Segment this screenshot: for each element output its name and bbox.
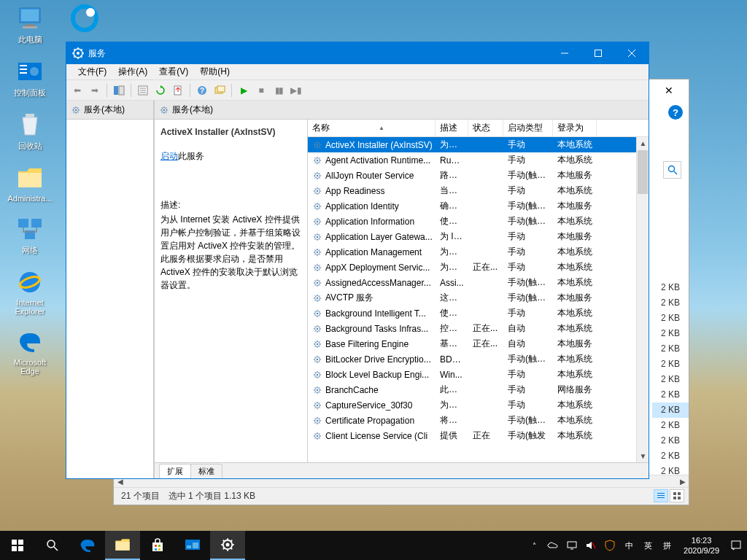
menu-file[interactable]: 文件(F) — [72, 64, 112, 79]
column-header-desc[interactable]: 描述 — [436, 120, 468, 136]
services-window[interactable]: 服务 文件(F) 操作(A) 查看(V) 帮助(H) ⬅ ➡ ? ▶ ■ ▮▮ … — [66, 42, 649, 479]
svg-point-50 — [317, 159, 319, 161]
scroll-thumb[interactable] — [638, 150, 648, 194]
toolbar-help-button[interactable]: ? — [194, 82, 210, 98]
toolbar-stop-button[interactable]: ■ — [253, 82, 269, 98]
svg-rect-7 — [20, 65, 27, 66]
service-row[interactable]: Application Identity确定...手动(触发...本地服务 — [308, 198, 636, 214]
start-button[interactable] — [0, 531, 35, 560]
toolbar-forward-button[interactable]: ➡ — [87, 82, 103, 98]
svg-point-56 — [317, 205, 319, 207]
toolbar-properties-button[interactable] — [135, 82, 151, 98]
explorer-close-button[interactable]: ✕ — [652, 80, 685, 101]
tray-network-icon[interactable] — [564, 531, 580, 560]
desktop-icon-control-panel[interactable]: 控制面板 — [4, 57, 56, 98]
toolbar-show-hide-button[interactable] — [111, 82, 127, 98]
toolbar-pause-button[interactable]: ▮▮ — [271, 82, 287, 98]
service-name-cell: Certificate Propagation — [308, 416, 436, 426]
service-row[interactable]: Background Intelligent T...使用...手动本地系统 — [308, 306, 636, 321]
toolbar-new-window-button[interactable] — [212, 82, 228, 98]
service-row[interactable]: Client License Service (Cli提供正在手动(触发本地系统 — [308, 428, 636, 443]
tray-chevron-up-icon[interactable]: ˄ — [526, 531, 542, 560]
taskbar[interactable]: ˄ 中 英 拼 16:23 2020/9/29 — [0, 531, 747, 560]
tray-notifications-icon[interactable] — [728, 531, 744, 560]
desktop-icon-browser[interactable] — [58, 4, 111, 34]
scroll-right-arrow[interactable]: ▶ — [676, 475, 689, 488]
tab-standard[interactable]: 标准 — [190, 464, 222, 478]
service-row[interactable]: AssignedAccessManager...Assi...手动(触发...本… — [308, 275, 636, 290]
explorer-help-icon[interactable]: ? — [668, 105, 683, 120]
toolbar-refresh-button[interactable] — [152, 82, 169, 98]
desktop-icon-edge[interactable]: Microsoft Edge — [4, 327, 56, 376]
scroll-down-arrow[interactable]: ▼ — [637, 450, 649, 462]
tray-onedrive-icon[interactable] — [545, 531, 561, 560]
services-app-icon — [72, 47, 84, 59]
tab-extended[interactable]: 扩展 — [159, 464, 191, 478]
service-row[interactable]: Agent Activation Runtime...Runt...手动本地系统 — [308, 152, 636, 168]
toolbar-start-button[interactable]: ▶ — [236, 82, 252, 98]
service-row[interactable]: AVCTP 服务这是...手动(触发...本地服务 — [308, 290, 636, 306]
svg-point-44 — [75, 109, 77, 111]
service-row[interactable]: AllJoyn Router Service路由...手动(触发...本地服务 — [308, 168, 636, 183]
service-row[interactable]: Background Tasks Infras...控制...正在...自动本地… — [308, 321, 636, 336]
tray-ime-zh[interactable]: 中 — [621, 531, 637, 560]
service-logon-cell: 本地服务 — [553, 338, 597, 350]
service-row[interactable]: BitLocker Drive Encryptio...BDE...手动(触发.… — [308, 351, 636, 367]
service-row[interactable]: CaptureService_30f30为调...手动本地系统 — [308, 397, 636, 413]
service-row[interactable]: Block Level Backup Engi...Win...手动本地系统 — [308, 367, 636, 382]
services-titlebar[interactable]: 服务 — [66, 42, 649, 64]
svg-point-102 — [226, 543, 230, 547]
column-header-startup[interactable]: 启动类型 — [503, 120, 553, 136]
minimize-button[interactable] — [548, 42, 581, 64]
menu-action[interactable]: 操作(A) — [112, 64, 153, 79]
taskbar-services[interactable] — [210, 531, 245, 560]
column-header-status[interactable]: 状态 — [468, 120, 503, 136]
desktop-icon-recycle-bin[interactable]: 回收站 — [4, 110, 56, 152]
toolbar-export-button[interactable] — [170, 82, 186, 98]
tray-ime-en[interactable]: 英 — [640, 531, 656, 560]
desktop-icon-network[interactable]: 网络 — [4, 214, 56, 256]
tray-volume-icon[interactable] — [583, 531, 599, 560]
service-row[interactable]: Application Management为通...手动本地系统 — [308, 244, 636, 260]
column-header-logon[interactable]: 登录为 — [553, 120, 597, 136]
search-button[interactable] — [35, 531, 70, 560]
taskbar-edge[interactable] — [70, 531, 105, 560]
services-main-content: 服务(本地) 服务(本地) ActiveX Installer (AxInstS… — [66, 101, 649, 478]
taskbar-store[interactable] — [140, 531, 175, 560]
service-row[interactable]: Application Information使用...手动(触发...本地系统 — [308, 214, 636, 229]
service-row[interactable]: App Readiness当用...手动本地系统 — [308, 183, 636, 198]
svg-point-54 — [317, 190, 319, 192]
column-header-name[interactable]: 名称▲ — [308, 120, 436, 136]
close-button[interactable] — [615, 42, 649, 64]
taskbar-app1[interactable] — [175, 531, 210, 560]
maximize-button[interactable] — [581, 42, 615, 64]
start-service-link[interactable]: 启动 — [160, 151, 178, 161]
scroll-up-arrow[interactable]: ▲ — [637, 137, 649, 149]
left-tree-item[interactable]: 服务(本地) — [66, 101, 153, 120]
taskbar-explorer[interactable] — [105, 531, 140, 560]
service-row[interactable]: BranchCache此服...手动网络服务 — [308, 382, 636, 397]
desktop-icon-admin-folder[interactable]: Administra... — [4, 163, 56, 203]
vertical-scrollbar[interactable]: ▲ ▼ — [636, 137, 649, 462]
services-list-body[interactable]: ActiveX Installer (AxInstSV)为从 ...手动本地系统… — [308, 137, 636, 462]
tray-ime-pin[interactable]: 拼 — [659, 531, 675, 560]
tray-security-icon[interactable] — [602, 531, 618, 560]
service-row[interactable]: Application Layer Gatewa...为 In...手动本地服务 — [308, 229, 636, 244]
service-row[interactable]: ActiveX Installer (AxInstSV)为从 ...手动本地系统 — [308, 137, 636, 152]
view-details-button[interactable] — [654, 489, 668, 502]
taskbar-clock[interactable]: 16:23 2020/9/29 — [678, 535, 725, 556]
desktop-icon-ie[interactable]: Internet Explorer — [4, 268, 56, 316]
service-row[interactable]: AppX Deployment Servic...为部...正在...手动本地系… — [308, 260, 636, 275]
service-row[interactable]: Base Filtering Engine基本...正在...自动本地服务 — [308, 336, 636, 351]
service-row[interactable]: Certificate Propagation将用...手动(触发...本地系统 — [308, 413, 636, 428]
svg-point-64 — [317, 266, 319, 268]
view-icons-button[interactable] — [670, 489, 684, 502]
menu-view[interactable]: 查看(V) — [153, 64, 194, 79]
explorer-search-button[interactable] — [663, 161, 681, 179]
explorer-item-count: 21 个项目 — [121, 490, 160, 502]
menu-help[interactable]: 帮助(H) — [194, 64, 236, 79]
desktop-icon-this-pc[interactable]: 此电脑 — [4, 4, 56, 45]
svg-line-18 — [674, 171, 677, 174]
toolbar-back-button[interactable]: ⬅ — [69, 82, 85, 98]
toolbar-restart-button[interactable]: ▶▮ — [288, 82, 304, 98]
